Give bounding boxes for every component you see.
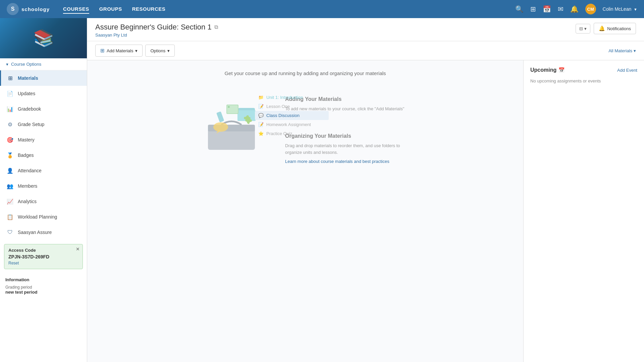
quiz-icon: ⭐ bbox=[258, 131, 264, 136]
access-code-value: ZPJN-3S7D-269FD bbox=[8, 254, 78, 259]
access-code-box: ✕ Access Code ZPJN-3S7D-269FD Reset bbox=[4, 244, 83, 269]
grading-period-label: Grading period bbox=[5, 285, 82, 290]
sample-unit-1: 📁 Unit 1: Introduction bbox=[255, 93, 329, 102]
logo[interactable]: S schoology bbox=[7, 3, 50, 15]
sidebar-item-mastery-label: Mastery bbox=[18, 137, 35, 142]
grade-setup-icon: ⚙ bbox=[6, 121, 14, 128]
assure-icon: 🛡 bbox=[6, 229, 14, 236]
sidebar-item-gradebook[interactable]: 📊 Gradebook bbox=[0, 101, 87, 117]
lesson-icon: 📝 bbox=[258, 104, 264, 109]
user-avatar: CM bbox=[585, 4, 596, 14]
sidebar-item-workload-label: Workload Planning bbox=[18, 214, 57, 220]
sidebar-item-materials-label: Materials bbox=[18, 75, 38, 81]
notifications-button[interactable]: 🔔 Notifications bbox=[594, 23, 636, 34]
svg-rect-4 bbox=[216, 111, 224, 122]
course-image bbox=[0, 18, 87, 58]
all-materials-caret: ▾ bbox=[634, 48, 636, 53]
gradebook-icon: 📊 bbox=[6, 105, 14, 113]
nav-courses[interactable]: COURSES bbox=[63, 5, 89, 14]
sidebar-item-members[interactable]: 👥 Members bbox=[0, 178, 87, 194]
analytics-icon: 📈 bbox=[6, 198, 14, 205]
page-title-icon: ⧉ bbox=[214, 24, 218, 30]
sidebar-item-badges-label: Badges bbox=[18, 153, 34, 158]
sidebar-item-badges[interactable]: 🏅 Badges bbox=[0, 147, 87, 163]
sidebar-item-attendance-label: Attendance bbox=[18, 168, 42, 173]
content-body: Get your course up and running by adding… bbox=[87, 60, 644, 362]
mastery-icon: 🎯 bbox=[6, 136, 14, 143]
nav-groups[interactable]: GROUPS bbox=[99, 5, 122, 14]
sidebar-item-members-label: Members bbox=[18, 183, 37, 189]
bell-icon[interactable]: 🔔 bbox=[570, 5, 579, 13]
upcoming-header: Upcoming 📅 Add Event bbox=[530, 67, 637, 73]
add-materials-icon: ⊞ bbox=[100, 48, 105, 54]
logo-icon: S bbox=[7, 3, 19, 15]
sidebar-item-gradebook-label: Gradebook bbox=[18, 106, 41, 112]
organizing-materials-text: Drag and drop materials to reorder them,… bbox=[285, 142, 413, 157]
no-upcoming-text: No upcoming assignments or events bbox=[530, 78, 637, 83]
course-options[interactable]: ▼ Course Options bbox=[0, 58, 87, 70]
content-area: Assure Beginner's Guide: Section 1 ⧉ Saa… bbox=[87, 18, 644, 362]
access-code-close-button[interactable]: ✕ bbox=[76, 246, 80, 252]
sidebar-item-updates-label: Updates bbox=[18, 91, 35, 96]
apps-icon[interactable]: ⊞ bbox=[530, 5, 536, 13]
sidebar-item-assure-label: Saasyan Assure bbox=[18, 230, 52, 235]
mail-icon[interactable]: ✉ bbox=[558, 5, 564, 13]
page-title: Assure Beginner's Guide: Section 1 ⧉ bbox=[95, 23, 218, 32]
empty-state-text: Get your course up and running by adding… bbox=[97, 70, 513, 76]
sidebar-item-grade-setup-label: Grade Setup bbox=[18, 122, 44, 127]
sample-items-list: 📁 Unit 1: Introduction 📝 Lesson One 💬 Cl… bbox=[255, 93, 329, 138]
options-caret: ▾ bbox=[167, 48, 170, 53]
upcoming-calendar-icon[interactable]: 📅 bbox=[558, 67, 565, 73]
header-right: ⊟ ▾ 🔔 Notifications bbox=[576, 23, 636, 34]
header-left: Assure Beginner's Guide: Section 1 ⧉ Saa… bbox=[95, 23, 218, 38]
sidebar-item-attendance[interactable]: 👤 Attendance bbox=[0, 163, 87, 178]
content-toolbar: ⊞ Add Materials ▾ Options ▾ All Material… bbox=[87, 41, 644, 60]
toolbar-left: ⊞ Add Materials ▾ Options ▾ bbox=[95, 45, 175, 57]
add-materials-caret: ▾ bbox=[135, 48, 138, 53]
content-header: Assure Beginner's Guide: Section 1 ⧉ Saa… bbox=[87, 18, 644, 41]
sidebar-item-saasyan-assure[interactable]: 🛡 Saasyan Assure bbox=[0, 225, 87, 240]
nav-right: 🔍 ⊞ 📅 ✉ 🔔 CM Colin McLean ▼ bbox=[515, 4, 637, 14]
sidebar-item-grade-setup[interactable]: ⚙ Grade Setup bbox=[0, 117, 87, 132]
view-toggle-icon: ⊟ bbox=[579, 26, 583, 31]
attendance-icon: 👤 bbox=[6, 167, 14, 174]
access-code-title: Access Code bbox=[8, 248, 78, 253]
page-subtitle[interactable]: Saasyan Pty Ltd bbox=[95, 33, 218, 38]
nav-links: COURSES GROUPS RESOURCES bbox=[63, 5, 165, 14]
add-materials-button[interactable]: ⊞ Add Materials ▾ bbox=[95, 45, 143, 57]
badges-icon: 🏅 bbox=[6, 152, 14, 159]
sidebar-item-updates[interactable]: 📄 Updates bbox=[0, 86, 87, 101]
folder-icon: 📁 bbox=[258, 95, 264, 100]
all-materials-button[interactable]: All Materials ▾ bbox=[608, 48, 636, 53]
sample-lesson-1: 📝 Lesson One bbox=[255, 102, 329, 111]
sidebar-item-analytics-label: Analytics bbox=[18, 199, 37, 204]
user-name[interactable]: Colin McLean ▼ bbox=[603, 6, 637, 12]
nav-resources[interactable]: RESOURCES bbox=[132, 5, 166, 14]
sidebar-item-workload-planning[interactable]: 📋 Workload Planning bbox=[0, 209, 87, 225]
workload-icon: 📋 bbox=[6, 213, 14, 221]
access-code-reset-link[interactable]: Reset bbox=[8, 261, 78, 265]
sample-discussion: 💬 Class Discussion bbox=[255, 111, 329, 120]
information-section: Information Grading period new test peri… bbox=[0, 273, 87, 299]
grading-period-value: new test period bbox=[5, 290, 82, 295]
calendar-icon[interactable]: 📅 bbox=[543, 5, 551, 13]
sidebar-item-mastery[interactable]: 🎯 Mastery bbox=[0, 132, 87, 147]
members-icon: 👥 bbox=[6, 182, 14, 190]
add-event-button[interactable]: Add Event bbox=[617, 68, 637, 73]
sidebar-item-materials[interactable]: ⊞ Materials bbox=[0, 70, 87, 86]
sidebar-item-analytics[interactable]: 📈 Analytics bbox=[0, 194, 87, 209]
homework-icon: 📝 bbox=[258, 122, 264, 127]
top-navigation: S schoology COURSES GROUPS RESOURCES 🔍 ⊞… bbox=[0, 0, 644, 18]
upcoming-title: Upcoming 📅 bbox=[530, 67, 565, 73]
discussion-icon: 💬 bbox=[258, 113, 264, 118]
search-icon[interactable]: 🔍 bbox=[515, 5, 524, 13]
view-toggle-caret: ▾ bbox=[584, 26, 587, 31]
learn-more-link[interactable]: Learn more about course materials and be… bbox=[285, 159, 413, 164]
sample-homework: 📝 Homework Assignment bbox=[255, 120, 329, 129]
view-toggle-button[interactable]: ⊟ ▾ bbox=[576, 24, 590, 34]
materials-icon: ⊞ bbox=[6, 74, 14, 82]
options-button[interactable]: Options ▾ bbox=[145, 45, 175, 57]
caret-down-icon: ▼ bbox=[5, 62, 9, 66]
course-options-label: Course Options bbox=[11, 62, 41, 67]
sidebar: ▼ Course Options ⊞ Materials 📄 Updates 📊… bbox=[0, 18, 87, 362]
